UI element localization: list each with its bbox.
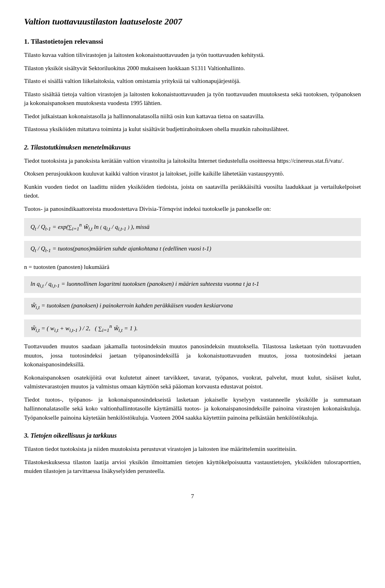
section1-para3: Tilasto ei sisällä valtion liikelaitoksi… (24, 77, 361, 86)
formula5-block: w̄i,t = ( wi,t + wi,t-1 ) / 2, ( ∑i=1n w… (24, 319, 361, 337)
section3-number: 3. (24, 432, 29, 439)
section2-cont-para2: Kokonaispanoksen osatekijöitä ovat kulut… (24, 373, 361, 391)
section1-para6: Tilastossa yksiköiden mitattava toiminta… (24, 125, 361, 134)
section2-para1: Tiedot tuotoksista ja panoksista kerätää… (24, 156, 361, 166)
section3-title-text: Tietojen oikeellisuus ja tarkkuus (30, 432, 117, 439)
section2-number: 2. (24, 144, 29, 151)
formula2-text: Qt / Qt-1 = tuotos(panos)määrien suhde a… (30, 245, 211, 252)
formula1-text: Qt / Qt-1 = exp(∑i=1n w̄i,t ln ( qi,t / … (30, 224, 150, 230)
section1-para4: Tilasto sisältää tietoja valtion virasto… (24, 90, 361, 108)
section2-para2: Otoksen perusjoukkoon kuuluvat kaikki va… (24, 169, 361, 178)
section1-para2: Tilaston yksiköt sisältyvät Sektoriluoki… (24, 64, 361, 73)
formula3-text: ln qi,t / qi,t-1 = luonnollinen logaritm… (30, 281, 259, 287)
formula5-text: w̄i,t = ( wi,t + wi,t-1 ) / 2, ( ∑i=1n w… (30, 325, 138, 331)
formula4-text: w̄i,t = tuotoksen (panoksen) i painokerr… (30, 302, 233, 309)
page-number: 7 (24, 492, 361, 501)
formula4-block: w̄i,t = tuotoksen (panoksen) i painokerr… (24, 298, 361, 315)
section3-title: 3. Tietojen oikeellisuus ja tarkkuus (24, 431, 361, 440)
section2-cont-para1: Tuottavuuden muutos saadaan jakamalla tu… (24, 342, 361, 369)
section2-title-text: Tilastotutkimuksen menetelmäkuvaus (30, 144, 131, 151)
section1-para1: Tilasto kuvaa valtion tilivirastojen ja … (24, 51, 361, 60)
section1-title: 1. Tilastotietojen relevanssi (24, 36, 361, 47)
section1-para5: Tiedot julkaistaan kokonaistasolla ja ha… (24, 112, 361, 121)
section2-title: 2. Tilastotutkimuksen menetelmäkuvaus (24, 143, 361, 152)
section3-para1: Tilaston tiedot tuotoksista ja niiden mu… (24, 445, 361, 454)
formula3-block: ln qi,t / qi,t-1 = luonnollinen logaritm… (24, 276, 361, 293)
section1-title-text: Tilastotietojen relevanssi (31, 38, 103, 45)
formula1-block: Qt / Qt-1 = exp(∑i=1n w̄i,t ln ( qi,t / … (24, 218, 361, 236)
section3-para2: Tilastokeskuksessa tilaston laatija arvi… (24, 458, 361, 476)
section2-cont-para3: Tiedot tuotos-, työpanos- ja kokonaispan… (24, 395, 361, 422)
main-title: Valtion tuottavuustilaston laatuseloste … (24, 16, 361, 28)
section2-para4: Tuotos- ja panosindikaattoreista muodost… (24, 204, 361, 214)
section2-para3: Kunkin vuoden tiedot on laadittu niiden … (24, 182, 361, 200)
formula2-block: Qt / Qt-1 = tuotos(panos)määrien suhde a… (24, 241, 361, 258)
n-line: n = tuotosten (panosten) lukumäärä (24, 263, 361, 272)
section1-number: 1. (24, 38, 29, 45)
